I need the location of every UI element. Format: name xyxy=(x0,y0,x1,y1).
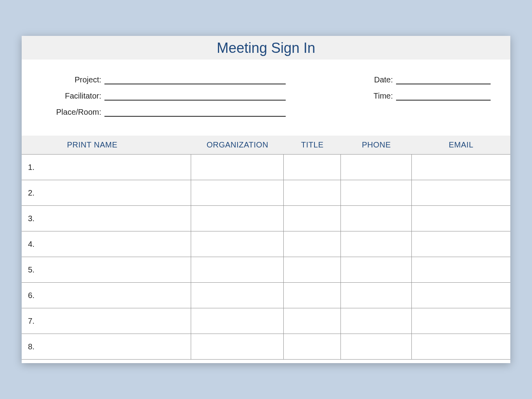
meta-row-date: Date: xyxy=(365,75,491,84)
cell-email[interactable] xyxy=(412,334,510,359)
row-index: 1. xyxy=(26,163,35,172)
cell-phone[interactable] xyxy=(341,206,412,231)
cell-phone[interactable] xyxy=(341,155,412,180)
page-title: Meeting Sign In xyxy=(22,40,510,56)
table-row: 5. xyxy=(22,257,510,283)
label-facilitator: Facilitator: xyxy=(41,91,104,101)
cell-phone[interactable] xyxy=(341,334,412,359)
table-body: 1. 2. 3. 4. 5. xyxy=(22,154,510,360)
col-name: PRINT NAME xyxy=(43,140,191,149)
cell-org[interactable] xyxy=(191,180,284,205)
cell-title[interactable] xyxy=(284,283,341,308)
meta-left: Project: Facilitator: Place/Room: xyxy=(41,75,286,124)
table-row: 2. xyxy=(22,180,510,206)
cell-name[interactable]: 7. xyxy=(22,308,191,334)
cell-phone[interactable] xyxy=(341,308,412,334)
cell-org[interactable] xyxy=(191,334,284,359)
input-line-facilitator[interactable] xyxy=(104,92,286,101)
col-title: TITLE xyxy=(284,140,341,149)
cell-phone[interactable] xyxy=(341,257,412,282)
input-line-time[interactable] xyxy=(396,92,491,101)
label-date: Date: xyxy=(365,75,396,84)
label-time: Time: xyxy=(365,91,396,101)
table-row: 4. xyxy=(22,231,510,257)
cell-email[interactable] xyxy=(412,308,510,334)
input-line-date[interactable] xyxy=(396,76,491,84)
input-line-project[interactable] xyxy=(104,76,286,84)
cell-phone[interactable] xyxy=(341,180,412,205)
row-index: 2. xyxy=(26,188,35,198)
row-index: 7. xyxy=(26,317,35,326)
meta-row-place: Place/Room: xyxy=(41,108,286,117)
cell-email[interactable] xyxy=(412,206,510,231)
cell-email[interactable] xyxy=(412,180,510,205)
meta-section: Project: Facilitator: Place/Room: Date: … xyxy=(22,60,510,136)
meta-row-project: Project: xyxy=(41,75,286,84)
cell-name[interactable]: 1. xyxy=(22,155,191,180)
row-index: 8. xyxy=(26,342,35,351)
cell-name[interactable]: 5. xyxy=(22,257,191,282)
col-phone: PHONE xyxy=(341,140,412,149)
cell-name[interactable]: 4. xyxy=(22,231,191,257)
cell-org[interactable] xyxy=(191,231,284,257)
cell-phone[interactable] xyxy=(341,283,412,308)
cell-title[interactable] xyxy=(284,231,341,257)
table-row: 6. xyxy=(22,283,510,308)
cell-email[interactable] xyxy=(412,231,510,257)
sign-in-sheet: Meeting Sign In Project: Facilitator: Pl… xyxy=(22,36,510,363)
table-header: PRINT NAME ORGANIZATION TITLE PHONE EMAI… xyxy=(22,136,510,154)
table-row: 8. xyxy=(22,334,510,360)
table-row: 3. xyxy=(22,206,510,231)
cell-email[interactable] xyxy=(412,283,510,308)
cell-name[interactable]: 2. xyxy=(22,180,191,205)
col-email: EMAIL xyxy=(412,140,510,149)
meta-row-time: Time: xyxy=(365,91,491,101)
cell-email[interactable] xyxy=(412,155,510,180)
cell-org[interactable] xyxy=(191,155,284,180)
cell-phone[interactable] xyxy=(341,231,412,257)
label-place: Place/Room: xyxy=(41,108,104,117)
table-row: 1. xyxy=(22,155,510,180)
cell-title[interactable] xyxy=(284,206,341,231)
title-bar: Meeting Sign In xyxy=(22,36,510,60)
row-index: 4. xyxy=(26,240,35,249)
row-index: 6. xyxy=(26,291,35,300)
row-index: 3. xyxy=(26,214,35,223)
meta-row-facilitator: Facilitator: xyxy=(41,91,286,101)
meta-right: Date: Time: xyxy=(365,75,491,124)
table-row: 7. xyxy=(22,308,510,334)
cell-name[interactable]: 3. xyxy=(22,206,191,231)
col-org: ORGANIZATION xyxy=(191,140,284,149)
cell-title[interactable] xyxy=(284,308,341,334)
cell-title[interactable] xyxy=(284,180,341,205)
cell-org[interactable] xyxy=(191,206,284,231)
cell-org[interactable] xyxy=(191,283,284,308)
row-index: 5. xyxy=(26,265,35,274)
cell-org[interactable] xyxy=(191,308,284,334)
cell-name[interactable]: 6. xyxy=(22,283,191,308)
cell-org[interactable] xyxy=(191,257,284,282)
cell-title[interactable] xyxy=(284,155,341,180)
col-spacer xyxy=(22,140,43,149)
cell-name[interactable]: 8. xyxy=(22,334,191,359)
label-project: Project: xyxy=(41,75,104,84)
input-line-place[interactable] xyxy=(104,108,286,117)
cell-title[interactable] xyxy=(284,334,341,359)
cell-title[interactable] xyxy=(284,257,341,282)
cell-email[interactable] xyxy=(412,257,510,282)
